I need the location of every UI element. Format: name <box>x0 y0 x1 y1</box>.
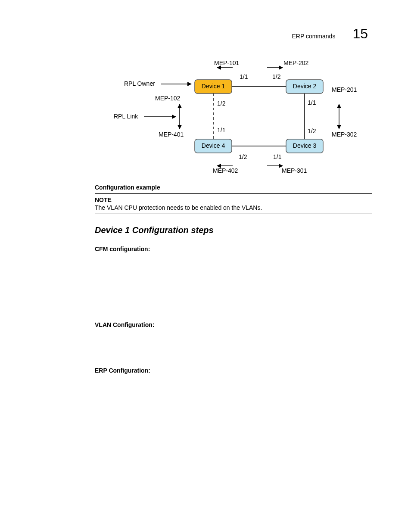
mep-301-label: MEP-301 <box>282 167 307 174</box>
device-4-label: Device 4 <box>202 142 225 149</box>
device-1-label: Device 1 <box>202 83 225 90</box>
port-d3-left: 1/1 <box>273 153 282 160</box>
cfm-subhead: CFM configuration: <box>95 246 372 252</box>
header-label: ERP commands <box>292 33 336 40</box>
device-3-label: Device 3 <box>293 142 317 149</box>
figure-caption: Configuration example <box>95 184 372 191</box>
mep-201-label: MEP-201 <box>332 86 357 93</box>
note-label: NOTE <box>95 196 372 203</box>
device-1-box: Device 1 <box>195 80 232 93</box>
mep-302-label: MEP-302 <box>332 131 357 138</box>
header-number: 15 <box>352 26 368 42</box>
port-d2-bottom: 1/1 <box>308 99 316 106</box>
erp-subhead: ERP Configuration: <box>95 367 372 374</box>
note-rule-top <box>95 193 372 194</box>
section-title: Device 1 Configuration steps <box>95 225 372 235</box>
page: ERP commands 15 Device 1 Device 2 Device… <box>0 0 411 400</box>
mep-101-label: MEP-101 <box>214 59 240 66</box>
port-d4-right: 1/2 <box>239 153 247 160</box>
note-rule-bottom <box>95 214 372 214</box>
device-3-box: Device 3 <box>286 139 323 153</box>
port-d2-left: 1/2 <box>272 73 281 80</box>
page-header: ERP commands 15 <box>95 26 372 42</box>
mep-102-label: MEP-102 <box>155 95 181 102</box>
port-d4-top: 1/1 <box>217 127 226 134</box>
rpl-owner-label: RPL Owner <box>124 80 155 87</box>
topology-diagram: Device 1 Device 2 Device 3 Device 4 1/1 … <box>95 59 372 175</box>
vlan-subhead: VLAN Configuration: <box>95 321 372 328</box>
port-d1-bottom: 1/2 <box>217 100 226 107</box>
mep-401-label: MEP-401 <box>159 131 184 138</box>
device-2-label: Device 2 <box>293 83 317 90</box>
mep-402-label: MEP-402 <box>213 167 238 174</box>
port-d1-right: 1/1 <box>240 73 248 80</box>
device-4-box: Device 4 <box>195 139 232 153</box>
port-d3-top: 1/2 <box>308 128 316 134</box>
rpl-link-label: RPL Link <box>114 113 138 120</box>
device-2-box: Device 2 <box>286 80 323 93</box>
note-text: The VLAN CPU protection needs to be enab… <box>95 204 372 211</box>
mep-202-label: MEP-202 <box>283 59 309 66</box>
